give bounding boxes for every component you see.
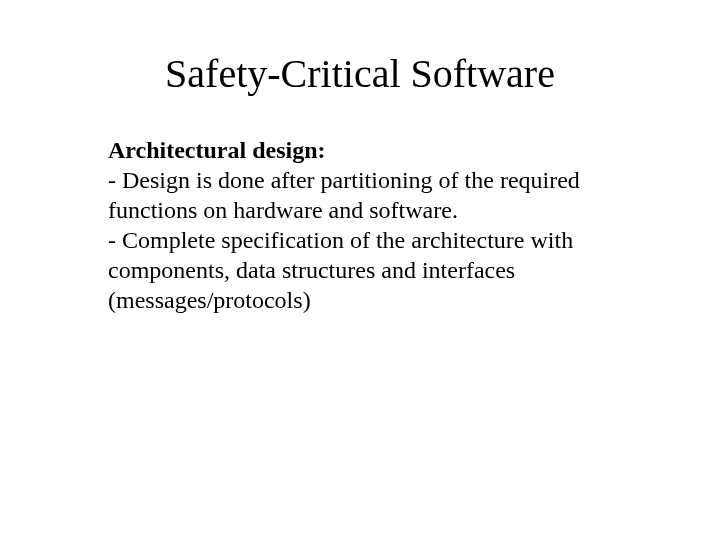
slide-container: Safety-Critical Software Architectural d…: [0, 0, 720, 540]
bullet-item: - Complete specification of the architec…: [108, 225, 650, 315]
bullet-item: - Design is done after partitioning of t…: [108, 165, 650, 225]
slide-body: Architectural design: - Design is done a…: [0, 135, 720, 315]
slide-title: Safety-Critical Software: [0, 50, 720, 97]
subheading: Architectural design:: [108, 135, 650, 165]
